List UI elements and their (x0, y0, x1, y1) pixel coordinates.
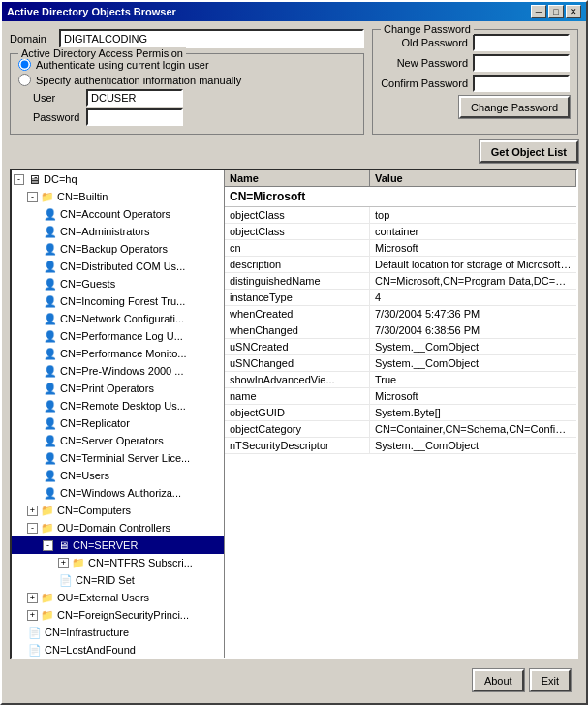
tree-item[interactable]: 📄 CN=RID Set (12, 571, 224, 589)
tree-item[interactable]: 👤 CN=Account Operators (12, 205, 224, 223)
expand-icon[interactable]: + (58, 558, 69, 568)
tree-item[interactable]: 👤 CN=Network Configurati... (12, 310, 224, 327)
attr-name: uSNCreated (225, 339, 370, 354)
object-icon: 👤 (43, 293, 58, 309)
tree-item[interactable]: 👤 CN=Server Operators (12, 432, 224, 449)
folder-icon: 📁 (40, 590, 55, 605)
attr-value: System.__ComObject (370, 355, 576, 371)
radio-current-user[interactable] (18, 58, 31, 71)
tree-item[interactable]: 📄 CN=LostAndFound (12, 641, 224, 658)
tree-item[interactable]: 👤 CN=Windows Authoriza... (12, 484, 224, 502)
object-icon: 👤 (43, 241, 58, 257)
minimize-button[interactable]: ─ (531, 5, 546, 18)
tree-item[interactable]: - 📁 OU=Domain Controllers (12, 519, 224, 536)
user-pass-section: User Password (18, 89, 356, 126)
expand-icon[interactable]: - (43, 540, 53, 551)
attr-name: uSNChanged (225, 355, 370, 371)
old-password-input[interactable] (473, 34, 570, 51)
expand-icon[interactable]: + (27, 506, 38, 516)
tree-item[interactable]: + 📁 OU=External Users (12, 589, 224, 606)
col-header-name: Name (225, 170, 370, 186)
radio-current-user-row: Authenticate using current login user (18, 58, 356, 71)
tree-item-label: CN=ForeignSecurityPrinci... (57, 609, 189, 621)
tree-item[interactable]: 👤 CN=Administrators (12, 223, 224, 240)
tree-item[interactable]: - 🖥 CN=SERVER (12, 536, 224, 554)
computer-icon: 🖥 (55, 537, 71, 553)
object-icon: 👤 (43, 328, 58, 344)
tree-item[interactable]: + 📁 CN=ForeignSecurityPrinci... (12, 606, 224, 624)
maximize-button[interactable]: □ (548, 5, 564, 18)
tree-item-label: CN=Distributed COM Us... (60, 261, 185, 272)
object-icon: 👤 (43, 381, 58, 396)
user-input[interactable] (86, 89, 183, 107)
attr-name: whenCreated (225, 306, 370, 322)
tree-item[interactable]: 👤 CN=Incoming Forest Tru... (12, 292, 224, 310)
expand-icon[interactable]: - (14, 174, 24, 185)
object-icon: 👤 (43, 206, 58, 222)
close-button[interactable]: ✕ (566, 5, 581, 18)
tree-item-label: CN=Network Configurati... (60, 313, 184, 324)
tree-item[interactable]: 👤 CN=Distributed COM Us... (12, 258, 224, 275)
tree-item-label: OU=Domain Controllers (57, 522, 170, 534)
main-content: - 🖥 DC=hq - 📁 CN=Builtin 👤 CN=Account Op… (10, 169, 578, 659)
top-section: Domain Active Directory Access Permision… (10, 29, 578, 135)
tree-item-label: CN=Remote Desktop Us... (60, 400, 186, 412)
tree-item-label: CN=Windows Authoriza... (60, 487, 181, 499)
tree-item[interactable]: 👤 CN=Remote Desktop Us... (12, 397, 224, 414)
confirm-password-input[interactable] (473, 75, 570, 92)
table-row: objectGUID System.Byte[] (225, 405, 576, 421)
tree-item[interactable]: - 🖥 DC=hq (12, 170, 224, 188)
tree-item-label: CN=SERVER (73, 539, 138, 551)
tree-item-label: OU=External Users (57, 592, 149, 603)
table-row: whenChanged 7/30/2004 6:38:56 PM (225, 322, 576, 339)
tree-item[interactable]: + 📁 CN=Computers (12, 502, 224, 519)
tree-item[interactable]: 👤 CN=Terminial Server Lice... (12, 449, 224, 467)
detail-title: CN=Microsoft (225, 187, 576, 207)
attr-name: cn (225, 240, 370, 256)
tree-item-label: CN=Account Operators (60, 208, 170, 220)
attr-value: System.__ComObject (370, 339, 576, 354)
tree-item-label: CN=Performance Log U... (60, 330, 183, 342)
object-icon: 👤 (43, 224, 58, 239)
attr-name: showInAdvancedVie... (225, 372, 370, 387)
tree-item[interactable]: 📄 CN=Infrastructure (12, 624, 224, 641)
detail-header: Name Value (225, 170, 576, 187)
object-icon: 👤 (43, 259, 58, 274)
object-icon: 👤 (43, 468, 58, 483)
attr-value: CN=Container,CN=Schema,CN=Configuration,… (370, 421, 576, 437)
about-button[interactable]: About (473, 669, 524, 691)
get-object-list-row: Get Object List (10, 140, 578, 163)
table-row: uSNChanged System.__ComObject (225, 355, 576, 372)
domain-input[interactable] (59, 29, 364, 48)
change-password-legend: Change Password (381, 23, 474, 35)
tree-item[interactable]: 👤 CN=Users (12, 467, 224, 484)
tree-item[interactable]: + 📁 CN=NTFRS Subscri... (12, 554, 224, 571)
tree-item[interactable]: 👤 CN=Backup Operators (12, 240, 224, 258)
main-window: Active Directory Objects Browser ─ □ ✕ D… (0, 0, 588, 705)
tree-panel[interactable]: - 🖥 DC=hq - 📁 CN=Builtin 👤 CN=Account Op… (12, 170, 225, 658)
expand-icon[interactable]: - (27, 523, 38, 534)
expand-icon[interactable]: - (27, 192, 38, 202)
tree-item[interactable]: - 📁 CN=Builtin (12, 188, 224, 205)
table-row: instanceType 4 (225, 290, 576, 306)
radio-manual[interactable] (18, 74, 31, 86)
exit-button[interactable]: Exit (530, 669, 571, 691)
change-password-button[interactable]: Change Password (459, 96, 570, 118)
tree-item[interactable]: 👤 CN=Print Operators (12, 380, 224, 397)
tree-item-label: CN=Print Operators (60, 383, 154, 394)
tree-item-label: CN=Performance Monito... (60, 348, 187, 359)
password-input[interactable] (86, 108, 183, 126)
tree-item[interactable]: 👤 CN=Pre-Windows 2000 ... (12, 362, 224, 380)
attr-value: Microsoft (370, 240, 576, 256)
user-row: User (33, 89, 356, 107)
tree-item[interactable]: 👤 CN=Guests (12, 275, 224, 292)
tree-item[interactable]: 👤 CN=Performance Log U... (12, 327, 224, 345)
expand-icon[interactable]: + (27, 593, 38, 603)
expand-icon[interactable]: + (27, 610, 38, 621)
get-object-list-button[interactable]: Get Object List (480, 140, 578, 163)
tree-item-label: CN=Replicator (60, 417, 130, 429)
new-password-input[interactable] (473, 54, 570, 72)
tree-item[interactable]: 👤 CN=Replicator (12, 414, 224, 432)
new-password-row: New Password (381, 54, 570, 72)
tree-item[interactable]: 👤 CN=Performance Monito... (12, 345, 224, 362)
